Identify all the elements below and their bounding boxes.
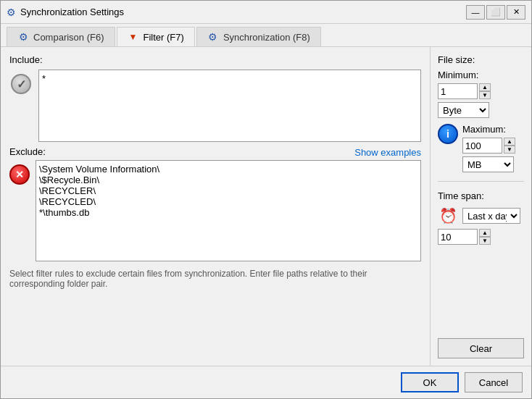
- timespan-label: Time span:: [438, 190, 524, 201]
- minimum-spin-row: ▲ ▼: [438, 83, 491, 99]
- check-circle: ✓: [11, 74, 31, 94]
- cancel-button[interactable]: Cancel: [465, 372, 523, 392]
- minimum-up-button[interactable]: ▲: [479, 83, 491, 91]
- info-row-min: Minimum: ▲ ▼ Byte KB: [438, 70, 524, 118]
- divider: [438, 181, 524, 182]
- minimum-input[interactable]: [438, 83, 478, 99]
- timespan-select[interactable]: Last x days: Last x hours: Specific date: [462, 208, 520, 224]
- filter-icon: ▼: [128, 31, 139, 43]
- maximum-section: Maximum: ▲ ▼ Byte KB MB GB: [462, 124, 515, 172]
- include-textarea[interactable]: *: [38, 70, 421, 142]
- clear-button[interactable]: Clear: [438, 338, 524, 358]
- maximum-input[interactable]: [462, 138, 502, 154]
- hint-text: Select filter rules to exclude certain f…: [9, 269, 421, 289]
- maximum-down-button[interactable]: ▼: [504, 146, 515, 154]
- filesize-label: File size:: [438, 54, 524, 65]
- exclude-label: Exclude:: [9, 146, 46, 157]
- exclude-section: Exclude: Show examples ✕ \System Volume …: [9, 146, 421, 261]
- sync-gear-icon: ⚙: [207, 31, 219, 43]
- ok-button[interactable]: OK: [401, 372, 459, 392]
- minimum-spin-buttons: ▲ ▼: [479, 83, 491, 99]
- include-label: Include:: [9, 54, 421, 65]
- minimum-unit-select[interactable]: Byte KB MB GB: [438, 102, 489, 118]
- filesize-section: File size: Minimum: ▲ ▼: [438, 54, 524, 172]
- tab-comparison[interactable]: ⚙ Comparison (F6): [7, 27, 115, 46]
- maximum-up-button[interactable]: ▲: [504, 138, 515, 146]
- tabs-bar: ⚙ Comparison (F6) ▼ Filter (F7) ⚙ Synchr…: [1, 24, 531, 46]
- timespan-spin-row: ▲ ▼: [438, 229, 524, 245]
- main-content: Include: ✓ * Exclude: Show examples: [1, 46, 531, 366]
- clock-icon: ⏰: [438, 206, 458, 226]
- tab-comparison-label: Comparison (F6): [33, 32, 104, 43]
- maximum-spin-buttons: ▲ ▼: [504, 138, 515, 154]
- timespan-section: Time span: ⏰ Last x days: Last x hours: …: [438, 190, 524, 246]
- x-mark-icon: ✕: [15, 169, 24, 180]
- include-section: Include: ✓ *: [9, 54, 421, 142]
- main-window: ⚙ Synchronization Settings — ⬜ ✕ ⚙ Compa…: [0, 0, 532, 399]
- gear-icon: ⚙: [17, 31, 29, 43]
- left-panel: Include: ✓ * Exclude: Show examples: [1, 47, 430, 366]
- close-button[interactable]: ✕: [507, 5, 525, 20]
- right-panel: File size: Minimum: ▲ ▼: [430, 47, 531, 366]
- title-bar-left: ⚙ Synchronization Settings: [7, 7, 124, 18]
- exclude-row: ✕ \System Volume Information\ \$Recycle.…: [9, 160, 421, 261]
- show-examples-link[interactable]: Show examples: [354, 147, 421, 158]
- title-bar: ⚙ Synchronization Settings — ⬜ ✕: [1, 1, 531, 24]
- maximum-unit-select[interactable]: Byte KB MB GB: [462, 156, 514, 172]
- timespan-icon-row: ⏰ Last x days: Last x hours: Specific da…: [438, 206, 524, 226]
- spacer: [438, 251, 524, 334]
- tab-filter[interactable]: ▼ Filter (F7): [117, 27, 195, 47]
- minimum-label: Minimum:: [438, 70, 491, 80]
- minimize-button[interactable]: —: [466, 5, 485, 20]
- maximum-label: Maximum:: [462, 124, 515, 135]
- info-icon: i: [438, 124, 458, 144]
- tab-synchronization-label: Synchronization (F8): [223, 32, 310, 43]
- title-bar-controls: — ⬜ ✕: [466, 5, 525, 20]
- exclude-header: Exclude: Show examples: [9, 146, 421, 159]
- include-row: ✓ *: [9, 70, 421, 142]
- timespan-up-button[interactable]: ▲: [479, 229, 491, 237]
- window-title: Synchronization Settings: [20, 7, 124, 17]
- checkmark-icon: ✓: [17, 77, 26, 91]
- info-mark-icon: i: [446, 128, 449, 140]
- check-icon-container: ✓: [9, 72, 33, 96]
- timespan-input[interactable]: [438, 229, 478, 245]
- tab-synchronization[interactable]: ⚙ Synchronization (F8): [196, 27, 321, 46]
- minimum-down-button[interactable]: ▼: [479, 91, 491, 99]
- timespan-spin-buttons: ▲ ▼: [479, 229, 491, 245]
- restore-button[interactable]: ⬜: [486, 5, 505, 20]
- maximum-spin-row: ▲ ▼: [462, 138, 515, 154]
- info-icon-row: i Maximum: ▲ ▼ Byte KB: [438, 124, 524, 172]
- app-icon: ⚙: [7, 7, 16, 18]
- exclude-textarea[interactable]: \System Volume Information\ \$Recycle.Bi…: [36, 160, 421, 261]
- error-icon: ✕: [9, 164, 30, 185]
- tab-filter-label: Filter (F7): [144, 32, 184, 43]
- timespan-down-button[interactable]: ▼: [479, 237, 491, 245]
- footer: OK Cancel: [1, 366, 531, 398]
